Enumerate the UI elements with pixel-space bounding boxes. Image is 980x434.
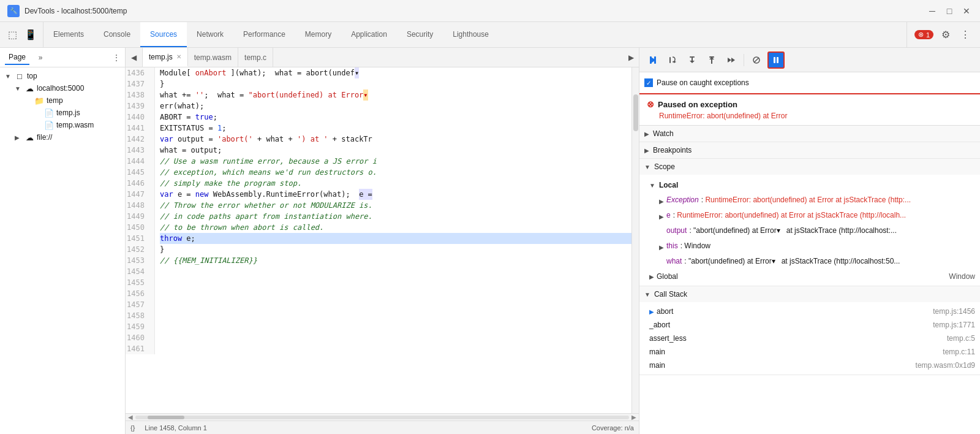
global-row[interactable]: ▶ Global Window — [639, 270, 980, 283]
call-stack-item-assert-less[interactable]: assert_less temp.c:5 — [639, 332, 980, 345]
scope-content: ▼ Local ▶ Exception: RuntimeError: abort… — [639, 175, 980, 286]
source-tab-temp-wasm[interactable]: temp.wasm — [188, 48, 238, 67]
scroll-left-icon[interactable]: ◀ — [128, 414, 133, 421]
svg-rect-4 — [669, 57, 671, 63]
tab-application[interactable]: Application — [341, 22, 397, 47]
section-scope-header[interactable]: ▼ Scope — [639, 159, 980, 175]
call-fn-name-assert-less: assert_less — [649, 334, 687, 343]
sidebar-more-icon[interactable]: » — [33, 50, 48, 65]
scrollbar-track-h[interactable] — [135, 416, 629, 419]
call-loc-assert-less: temp.c:5 — [947, 334, 975, 343]
tree-item-top[interactable]: ▼ □ top — [0, 70, 125, 82]
window-title: DevTools - localhost:5000/temp — [24, 7, 921, 15]
error-icon: ⊗ — [918, 31, 924, 39]
toolbar-left-icons: ⬚ 📱 — [0, 22, 43, 47]
minimize-button[interactable]: ─ — [926, 5, 938, 17]
code-line-1446: what = output; — [160, 145, 631, 156]
svg-rect-1 — [650, 56, 652, 64]
horizontal-scrollbar[interactable]: ◀ ▶ — [126, 413, 639, 421]
step-button[interactable] — [723, 51, 740, 69]
debug-sections: ▶ Watch ▶ Breakpoints ▼ Scope — [639, 126, 980, 434]
call-fn-main-2: main — [649, 361, 665, 370]
svg-rect-2 — [654, 56, 656, 64]
sidebar-tab-page[interactable]: Page — [5, 50, 29, 65]
section-watch-header[interactable]: ▶ Watch — [639, 126, 980, 142]
source-tab-temp-c[interactable]: temp.c — [238, 48, 273, 67]
deactivate-breakpoints-button[interactable] — [748, 51, 765, 69]
device-toolbar-button[interactable]: 📱 — [23, 28, 38, 42]
code-line-1445: var output = 'abort(' + what + ') at ' +… — [160, 134, 631, 145]
tree-item-temp-wasm[interactable]: ▶ 📄 temp.wasm — [0, 119, 125, 131]
call-stack-item-main-1[interactable]: main temp.c:11 — [639, 345, 980, 359]
source-run-button[interactable]: ▶ — [624, 48, 639, 67]
error-badge[interactable]: ⊗ 1 — [914, 30, 933, 39]
source-tab-nav-prev[interactable]: ◀ — [126, 48, 143, 67]
tree-item-file[interactable]: ▶ ☁ file:// — [0, 131, 125, 143]
tree-item-localhost[interactable]: ▼ ☁ localhost:5000 — [0, 82, 125, 94]
tab-memory[interactable]: Memory — [295, 22, 341, 47]
code-line-1439: what += ''; what = "abort(undefined) at … — [160, 89, 631, 101]
resume-button[interactable] — [644, 51, 662, 69]
scrollbar-thumb-v[interactable] — [633, 94, 638, 131]
call-fn-abort: ▶ abort — [649, 307, 673, 316]
paused-error-icon: ⊗ — [647, 99, 654, 109]
call-fn-name-main-1: main — [649, 348, 665, 356]
code-line-1443: EXITSTATUS = 1; — [160, 123, 631, 134]
step-over-button[interactable] — [664, 51, 681, 69]
call-stack-item-main-2[interactable]: main temp.wasm:0x1d9 — [639, 359, 980, 372]
scope-item-e[interactable]: ▶ e: RuntimeError: abort(undefined) at E… — [639, 208, 980, 224]
pause-on-exceptions-button[interactable] — [767, 51, 785, 69]
tab-lighthouse[interactable]: Lighthouse — [443, 22, 499, 47]
pretty-print-icon[interactable]: {} — [130, 424, 135, 432]
scrollbar-thumb-h[interactable] — [148, 416, 184, 419]
section-breakpoints-header[interactable]: ▶ Breakpoints — [639, 142, 980, 158]
wasm-file-icon: 📄 — [44, 120, 54, 130]
source-tab-temp-js[interactable]: temp.js ✕ — [143, 48, 188, 67]
scope-item-this[interactable]: ▶ this: Window — [639, 239, 980, 254]
source-tab-label-temp-js: temp.js — [149, 53, 173, 61]
code-scroll[interactable]: 1436 1437 1438 1439 1440 1441 1442 1443 … — [126, 67, 631, 413]
tab-network[interactable]: Network — [187, 22, 233, 47]
tree-label-temp-js: temp.js — [56, 108, 80, 117]
source-tabs: ◀ temp.js ✕ temp.wasm temp.c ▶ — [126, 48, 639, 67]
pause-exceptions-checkbox[interactable]: ✓ — [644, 78, 653, 87]
call-fn-name-main-2: main — [649, 361, 665, 370]
svg-rect-7 — [690, 56, 692, 58]
paused-title-text: Paused on exception — [658, 100, 737, 109]
scope-val-exception: RuntimeError: abort(undefined) at Error … — [705, 194, 911, 205]
source-tab-close-temp-js[interactable]: ✕ — [176, 53, 181, 60]
svg-rect-16 — [774, 57, 775, 63]
scroll-right-icon[interactable]: ▶ — [631, 414, 636, 421]
inspect-element-button[interactable]: ⬚ — [5, 28, 20, 42]
tab-console[interactable]: Console — [94, 22, 140, 47]
step-out-button[interactable] — [703, 51, 720, 69]
section-call-stack-header[interactable]: ▼ Call Stack — [639, 286, 980, 302]
code-line-1451: var e = new WebAssembly.RuntimeError(wha… — [160, 189, 631, 200]
maximize-button[interactable]: □ — [943, 5, 956, 17]
pause-exceptions-row: ✓ Pause on caught exceptions — [639, 72, 980, 94]
scope-item-exception[interactable]: ▶ Exception: RuntimeError: abort(undefin… — [639, 193, 980, 208]
sidebar-menu-icon[interactable]: ⋮ — [113, 53, 120, 62]
tree-item-temp-folder[interactable]: ▶ 📁 temp — [0, 94, 125, 107]
code-lines: 1436 1437 1438 1439 1440 1441 1442 1443 … — [126, 67, 631, 354]
local-scope-header[interactable]: ▼ Local — [639, 177, 980, 193]
step-into-button[interactable] — [684, 51, 701, 69]
code-line-1440: err(what); — [160, 101, 631, 112]
e-expand-icon: ▶ — [659, 211, 664, 223]
more-button[interactable]: ⋮ — [958, 28, 973, 42]
title-bar: 🔧 DevTools - localhost:5000/temp ─ □ ✕ — [0, 0, 980, 22]
tree-item-temp-js[interactable]: ▶ 📄 temp.js — [0, 107, 125, 119]
code-area: 1436 1437 1438 1439 1440 1441 1442 1443 … — [126, 67, 639, 413]
settings-button[interactable]: ⚙ — [938, 28, 953, 42]
section-scope: ▼ Scope ▼ Local ▶ Exception: RuntimeErro… — [639, 159, 980, 286]
call-stack-item-_abort[interactable]: _abort temp.js:1771 — [639, 318, 980, 332]
tab-sources[interactable]: Sources — [140, 22, 187, 47]
tab-performance[interactable]: Performance — [233, 22, 295, 47]
tab-elements[interactable]: Elements — [43, 22, 94, 47]
close-button[interactable]: ✕ — [960, 5, 973, 17]
call-stack-label: Call Stack — [654, 290, 687, 299]
tab-security[interactable]: Security — [397, 22, 443, 47]
vertical-scrollbar[interactable] — [631, 67, 639, 413]
call-stack-item-abort[interactable]: ▶ abort temp.js:1456 — [639, 305, 980, 318]
scope-key-what: what — [666, 256, 682, 267]
